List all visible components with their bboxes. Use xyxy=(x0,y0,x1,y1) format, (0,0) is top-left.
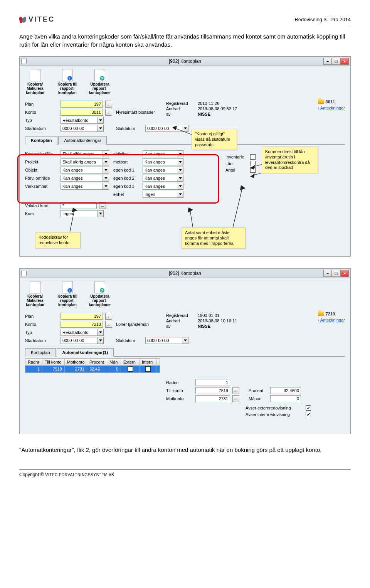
copy-to-report-label: Kopiera till rapport- kontoplan xyxy=(56,82,79,95)
detail-man-value[interactable]: 0 xyxy=(270,395,301,402)
antal-checkbox[interactable] xyxy=(250,167,256,173)
tab-kontoplan[interactable]: Kontoplan xyxy=(25,136,57,145)
verksamhet-select[interactable]: Kan anges xyxy=(61,183,103,190)
forvomrade-select[interactable]: Kan anges xyxy=(61,175,103,182)
konto-input[interactable]: 7210 xyxy=(61,321,103,328)
dropdown-button[interactable] xyxy=(103,183,109,190)
typ-select[interactable]: Resultatkonto xyxy=(61,117,98,124)
dropdown-button[interactable] xyxy=(182,337,188,344)
maximize-button[interactable]: □ xyxy=(332,270,340,277)
svg-marker-8 xyxy=(179,153,182,155)
aktivitet-select[interactable]: Kan anges xyxy=(143,150,177,157)
cell-tillkonto: 7519 xyxy=(42,366,65,372)
konto-lookup-button[interactable]: … xyxy=(105,321,112,328)
dropdown-button[interactable] xyxy=(98,329,104,336)
update-report-button[interactable]: ⟳ Uppdatera rapport- kontoplaner xyxy=(88,281,111,307)
minimize-button[interactable]: – xyxy=(323,58,332,65)
window-kontoplan-1: [902] Kontoplan – □ × Kopiera/ Makulera … xyxy=(19,56,351,257)
detail-till-value[interactable]: 7519 xyxy=(195,387,230,394)
detail-mot-label: Motkonto xyxy=(166,396,193,401)
close-button[interactable]: × xyxy=(340,58,349,65)
dropdown-button[interactable] xyxy=(177,183,183,190)
egenkod1-label: egen kod 1 xyxy=(113,168,140,172)
dropdown-button[interactable] xyxy=(177,158,183,165)
document-refresh-icon: ⟳ xyxy=(94,281,105,293)
lookup-button[interactable]: … xyxy=(232,395,239,402)
dropdown-button[interactable] xyxy=(98,337,104,344)
lan-label: Lån xyxy=(225,161,248,166)
meta-block: Registrerad1900-01-01 Ändrad2013-08-08 1… xyxy=(166,312,237,329)
slutdatum-input[interactable]: 0000-00-00 xyxy=(145,125,182,132)
konto-input[interactable]: 3011 xyxy=(61,109,103,116)
dropdown-button[interactable] xyxy=(103,158,109,165)
dropdown-button[interactable] xyxy=(103,150,109,157)
plan-lookup-button[interactable]: … xyxy=(105,313,112,320)
tab-automatkonteringar[interactable]: Automatkonteringar xyxy=(58,136,107,145)
changed-label: Ändrad xyxy=(166,106,195,111)
lan-checkbox[interactable] xyxy=(250,161,256,166)
extern-checkbox[interactable] xyxy=(306,405,311,411)
update-report-button[interactable]: ⟳ Uppdatera rapport- kontoplaner xyxy=(88,69,111,95)
folder-link[interactable]: 7210 xyxy=(318,312,345,316)
startdatum-dropdown-button[interactable] xyxy=(98,125,104,132)
valuta-lookup-button[interactable]: … xyxy=(99,202,106,209)
dropdown-button[interactable] xyxy=(98,210,104,217)
kostnadsstalle-select[interactable]: Skall alltid anges xyxy=(61,150,103,157)
plan-input[interactable]: 197 xyxy=(61,101,103,108)
egenkod3-select[interactable]: Kan anges xyxy=(143,183,177,190)
detail-int-label: Avser internredovisning xyxy=(246,412,303,417)
inventarie-checkbox[interactable] xyxy=(250,154,256,160)
notes-link[interactable]: Anteckningar xyxy=(318,106,345,110)
intern-checkbox[interactable] xyxy=(145,366,151,372)
close-button[interactable]: × xyxy=(340,270,349,277)
valuta-input[interactable]: * xyxy=(61,202,97,209)
page-header-right: Redovisning 3L Pro 2014 xyxy=(294,17,351,22)
svg-marker-11 xyxy=(179,177,182,179)
detail-mot-value[interactable]: 2731 xyxy=(195,395,230,402)
objekt-select[interactable]: Kan anges xyxy=(61,167,103,174)
copy-to-report-button[interactable]: i Kopiera till rapport- kontoplan xyxy=(56,69,79,95)
maximize-button[interactable]: □ xyxy=(332,58,340,65)
dropdown-button[interactable] xyxy=(177,175,183,182)
startdatum-input[interactable]: 0000-00-00 xyxy=(61,125,98,132)
dropdown-button[interactable] xyxy=(177,150,183,157)
tab-kontoplan[interactable]: Kontoplan xyxy=(25,348,56,357)
cell-procent: 32,46 xyxy=(87,366,107,372)
dropdown-button[interactable] xyxy=(177,191,183,198)
table-row[interactable]: 1 7519 2731 32,46 0 xyxy=(25,366,160,372)
intern-checkbox[interactable] xyxy=(306,412,311,417)
detail-proc-value[interactable]: 32,4600 xyxy=(270,387,301,394)
egenkod2-select[interactable]: Kan anges xyxy=(143,175,177,182)
logo-mark-icon xyxy=(19,16,26,23)
tab-automatkonteringar[interactable]: Automatkonteringar(1) xyxy=(57,348,114,357)
outro-paragraph: "Automatkonteringar", flik 2, gör överfö… xyxy=(19,446,351,454)
enhet-select[interactable]: Ingen xyxy=(143,191,177,198)
copy-plan-button[interactable]: Kopiera/ Makulera kontoplan xyxy=(24,281,47,307)
startdatum-input[interactable]: 0000-00-00 xyxy=(61,337,98,344)
extern-checkbox[interactable] xyxy=(128,366,133,372)
dropdown-button[interactable] xyxy=(177,167,183,174)
folder-link[interactable]: 3011 xyxy=(318,99,345,104)
copy-to-report-button[interactable]: i Kopiera till rapport- kontoplan xyxy=(56,281,79,307)
minimize-button[interactable]: – xyxy=(323,270,332,277)
dropdown-button[interactable] xyxy=(103,167,109,174)
detail-radnr-value[interactable]: 1 xyxy=(195,379,230,386)
konto-lookup-button[interactable]: … xyxy=(105,109,112,116)
slutdatum-dropdown-button[interactable] xyxy=(182,125,188,132)
plan-input[interactable]: 197 xyxy=(61,313,103,320)
slutdatum-input[interactable]: 0000-00-00 xyxy=(145,337,182,344)
typ-dropdown-button[interactable] xyxy=(98,117,104,124)
projekt-select[interactable]: Skall aldrig anges xyxy=(61,158,103,165)
copy-plan-button[interactable]: Kopiera/ Makulera kontoplan xyxy=(24,69,47,95)
logo: VITEC xyxy=(19,15,55,24)
plan-lookup-button[interactable]: … xyxy=(105,101,112,108)
motpart-select[interactable]: Kan anges xyxy=(143,158,177,165)
notes-link[interactable]: Anteckningar xyxy=(318,318,345,322)
kurs-select[interactable]: Ingen xyxy=(61,210,98,217)
antal-label: Antal xyxy=(225,168,248,172)
typ-select[interactable]: Resultatkonto xyxy=(61,329,98,336)
startdatum-label: Startdatum xyxy=(25,126,58,131)
lookup-button[interactable]: … xyxy=(232,387,239,394)
dropdown-button[interactable] xyxy=(103,175,109,182)
egenkod1-select[interactable]: Kan anges xyxy=(143,167,177,174)
